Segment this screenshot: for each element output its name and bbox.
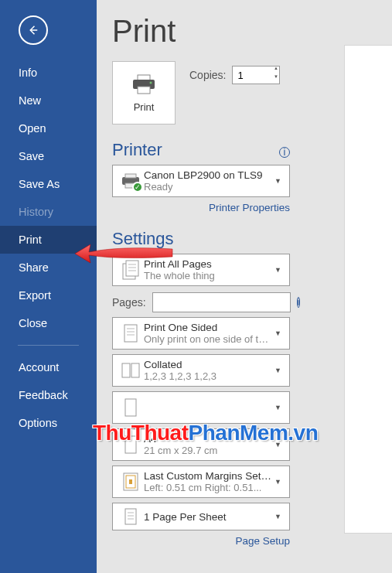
chevron-down-icon: ▼ bbox=[271, 329, 285, 337]
watermark: ThuThuatPhanMem.vn bbox=[93, 421, 318, 445]
printer-name: Canon LBP2900 on TLS9 bbox=[144, 169, 271, 181]
nav-open[interactable]: Open bbox=[0, 114, 97, 142]
printer-properties-link[interactable]: Printer Properties bbox=[112, 202, 290, 213]
chevron-down-icon: ▼ bbox=[271, 478, 285, 486]
chevron-down-icon: ▼ bbox=[271, 404, 285, 411]
margins-icon bbox=[118, 471, 144, 493]
print-button-label: Print bbox=[134, 101, 155, 113]
main-area: Print Print Copies: ▲▼ bbox=[97, 0, 392, 573]
collate-dropdown[interactable]: Collated 1,2,3 1,2,3 1,2,3 ▼ bbox=[112, 354, 290, 387]
check-icon: ✓ bbox=[132, 182, 143, 193]
nav-new[interactable]: New bbox=[0, 87, 97, 114]
svg-rect-17 bbox=[131, 363, 139, 377]
nav-close[interactable]: Close bbox=[0, 309, 97, 337]
info-icon[interactable]: i bbox=[279, 147, 290, 158]
printer-status-icon: ✓ bbox=[120, 172, 141, 189]
svg-rect-12 bbox=[124, 325, 137, 342]
annotation-arrow-icon bbox=[73, 241, 174, 266]
copies-spinner[interactable]: ▲▼ bbox=[271, 66, 280, 83]
page-title: Print bbox=[112, 14, 377, 49]
orientation-dropdown[interactable]: ▼ bbox=[112, 391, 290, 424]
nav-export[interactable]: Export bbox=[0, 281, 97, 309]
printer-heading: Printer bbox=[112, 140, 162, 160]
svg-rect-0 bbox=[138, 75, 150, 80]
svg-rect-23 bbox=[125, 509, 136, 524]
nav-options[interactable]: Options bbox=[0, 409, 97, 437]
svg-rect-3 bbox=[138, 87, 150, 94]
nav-history: History bbox=[0, 198, 97, 226]
svg-rect-5 bbox=[125, 174, 136, 178]
page-setup-link[interactable]: Page Setup bbox=[112, 535, 290, 547]
pages-input[interactable] bbox=[152, 292, 291, 312]
orientation-icon bbox=[118, 397, 144, 418]
collated-icon bbox=[118, 361, 144, 380]
chevron-down-icon: ▼ bbox=[271, 266, 285, 274]
nav-save-as[interactable]: Save As bbox=[0, 170, 97, 198]
printer-dropdown[interactable]: ✓ Canon LBP2900 on TLS9 Ready ▼ bbox=[112, 165, 290, 197]
nav-save[interactable]: Save bbox=[0, 142, 97, 170]
chevron-down-icon: ▼ bbox=[271, 513, 285, 520]
one-sided-icon bbox=[118, 322, 144, 344]
svg-rect-16 bbox=[122, 363, 130, 377]
nav-feedback[interactable]: Feedback bbox=[0, 381, 97, 409]
backstage-sidebar: Info New Open Save Save As History Print… bbox=[0, 0, 97, 573]
margins-dropdown[interactable]: Last Custom Margins Setting Left: 0.51 c… bbox=[112, 466, 290, 498]
printer-icon bbox=[130, 73, 158, 95]
sided-dropdown[interactable]: Print One Sided Only print on one side o… bbox=[112, 317, 290, 350]
pages-label: Pages: bbox=[112, 296, 146, 309]
printer-status: Ready bbox=[144, 181, 271, 193]
svg-rect-22 bbox=[129, 479, 132, 484]
chevron-down-icon: ▼ bbox=[271, 367, 285, 374]
chevron-down-icon: ▼ bbox=[271, 177, 285, 185]
svg-rect-18 bbox=[125, 399, 136, 416]
nav-separator bbox=[18, 345, 79, 346]
back-button[interactable] bbox=[19, 15, 48, 45]
nav-account[interactable]: Account bbox=[0, 353, 97, 381]
pages-per-sheet-dropdown[interactable]: 1 Page Per Sheet ▼ bbox=[112, 503, 290, 530]
sheet-icon bbox=[118, 506, 144, 527]
copies-label: Copies: bbox=[189, 69, 226, 81]
print-button[interactable]: Print bbox=[112, 61, 176, 124]
back-arrow-icon bbox=[26, 23, 40, 37]
info-icon[interactable]: i bbox=[297, 297, 301, 308]
svg-point-2 bbox=[150, 81, 152, 84]
nav-list: Info New Open Save Save As History Print… bbox=[0, 59, 97, 337]
nav-info[interactable]: Info bbox=[0, 59, 97, 87]
preview-pane-edge bbox=[344, 45, 392, 534]
nav-footer: Account Feedback Options bbox=[0, 353, 97, 437]
